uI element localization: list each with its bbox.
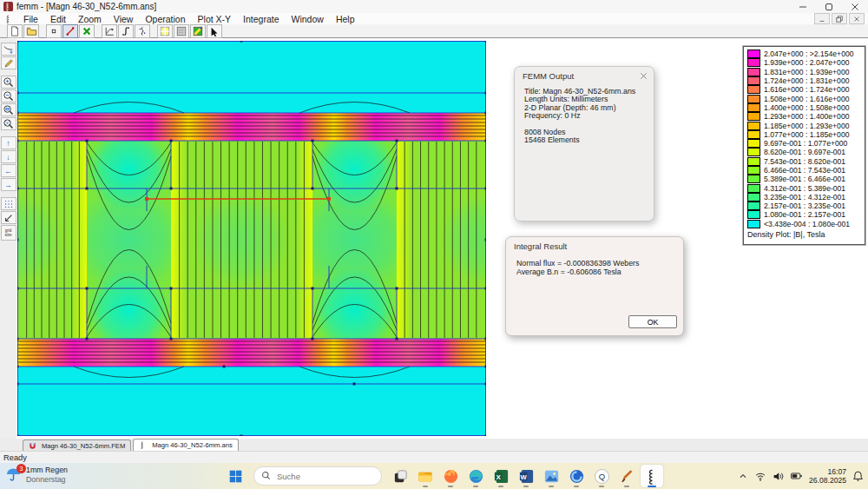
block-tool-icon[interactable] <box>79 24 95 38</box>
show-mesh-icon[interactable] <box>174 24 189 38</box>
menu-file[interactable]: File <box>17 14 44 24</box>
grid-size-icon[interactable]: grid size <box>1 225 16 241</box>
femm-output-titlebar[interactable]: FEMM Output <box>515 67 654 83</box>
clock[interactable]: 16:07 26.08.2025 <box>809 467 846 485</box>
menu-operation[interactable]: Operation <box>139 14 191 24</box>
legend-row: 1.080e-001 : 2.157e-001 <box>747 210 865 219</box>
volume-icon[interactable] <box>773 471 784 482</box>
maximize-icon[interactable] <box>816 0 842 13</box>
line-integral-icon[interactable] <box>135 24 150 38</box>
battery-icon[interactable] <box>790 471 803 481</box>
edit-pencil-icon[interactable] <box>1 56 16 69</box>
new-file-icon[interactable] <box>7 24 23 38</box>
running-indicator <box>648 486 656 487</box>
show-grid-icon[interactable] <box>1 197 16 210</box>
start-button[interactable] <box>224 465 247 487</box>
wifi-icon[interactable] <box>754 471 766 482</box>
file-explorer-taskbar-icon[interactable] <box>414 465 437 487</box>
pen-app-taskbar-icon[interactable] <box>615 465 638 487</box>
menu-integrate[interactable]: Integrate <box>237 14 285 24</box>
zoom-extents-icon[interactable] <box>1 117 16 130</box>
pan-left-icon[interactable]: ← <box>1 164 16 177</box>
integral-icon[interactable] <box>118 24 134 38</box>
mdi-minimize-icon[interactable] <box>814 13 830 24</box>
document-icon[interactable] <box>4 15 13 23</box>
legend-row: 1.939e+000 : 2.047e+000 <box>747 58 865 67</box>
taskbar: 3 1mm Regen Donnerstag XWQ 16:07 <box>0 463 868 489</box>
close-icon[interactable] <box>842 0 868 13</box>
search-box[interactable] <box>253 466 382 486</box>
line-tool-icon[interactable] <box>62 24 78 38</box>
svg-text:Q: Q <box>598 472 604 481</box>
legend-swatch <box>747 76 760 85</box>
menu-edit[interactable]: Edit <box>44 14 72 24</box>
legend-label: 1.080e-001 : 2.157e-001 <box>764 210 845 219</box>
running-indicator <box>473 486 478 487</box>
legend-label: 7.543e-001 : 8.620e-001 <box>764 157 845 166</box>
ok-button[interactable]: OK <box>628 315 677 328</box>
close-icon[interactable] <box>640 72 648 80</box>
density-legend: 2.047e+000 : >2.154e+0001.939e+000 : 2.0… <box>743 46 865 245</box>
legend-label: 1.508e+000 : 1.616e+000 <box>764 95 849 103</box>
pointer-icon[interactable] <box>207 24 222 38</box>
search-icon <box>261 468 271 484</box>
legend-swatch <box>747 139 760 148</box>
document-tab-fem[interactable]: Magn 46-30_N52-6mm.FEM <box>23 439 131 451</box>
point-tool-icon[interactable] <box>46 24 62 38</box>
menu-plot-x-y[interactable]: Plot X-Y <box>192 14 238 24</box>
ans-doc-icon <box>139 441 149 449</box>
pan-down-icon[interactable]: ↓ <box>1 150 16 163</box>
snap-grid-icon[interactable] <box>1 211 16 224</box>
photos-taskbar-icon[interactable] <box>540 465 562 487</box>
pan-up-icon[interactable]: ↑ <box>1 136 16 149</box>
model-canvas[interactable] <box>17 41 486 436</box>
legend-label: 1.939e+000 : 2.047e+000 <box>764 58 849 67</box>
legend-row: 1.616e+000 : 1.724e+000 <box>747 85 865 94</box>
mdi-restore-icon[interactable] <box>832 13 847 24</box>
edge-taskbar-icon[interactable] <box>464 465 487 487</box>
menu-window[interactable]: Window <box>286 14 330 24</box>
zoom-out-icon[interactable] <box>1 89 16 102</box>
tray-expand-icon[interactable] <box>738 471 748 481</box>
legend-swatch <box>747 166 760 175</box>
clock-time: 16:07 <box>809 467 846 476</box>
plot-xy-icon[interactable] <box>102 24 117 38</box>
mdi-close-icon[interactable] <box>849 13 865 24</box>
running-indicator <box>549 486 554 487</box>
grid-size-label: grid size <box>2 228 16 237</box>
loop-app-taskbar-icon[interactable] <box>565 465 588 487</box>
search-input[interactable] <box>275 471 365 482</box>
integral-result-title[interactable]: Integral Result <box>506 237 683 251</box>
menu-help[interactable]: Help <box>330 14 361 24</box>
pan-right-icon[interactable]: → <box>1 178 16 191</box>
legend-row: 1.400e+000 : 1.508e+000 <box>747 103 865 112</box>
main-toolbar <box>0 24 868 38</box>
femm-taskbar-icon[interactable] <box>641 465 663 487</box>
document-area: 2.047e+000 : >2.154e+0001.939e+000 : 2.0… <box>16 39 868 439</box>
q-app-taskbar-icon[interactable]: Q <box>590 465 613 487</box>
open-file-icon[interactable] <box>23 24 39 38</box>
minimize-icon[interactable] <box>790 0 816 13</box>
weather-line1: 1mm Regen <box>26 466 68 475</box>
word-taskbar-icon[interactable]: W <box>515 465 537 487</box>
menu-zoom[interactable]: Zoom <box>72 14 108 24</box>
weather-widget[interactable]: 3 1mm Regen Donnerstag <box>5 466 68 485</box>
document-tab-ans[interactable]: Magn 46-30_N52-6mm.ans <box>133 439 238 451</box>
legend-swatch <box>747 210 760 219</box>
zoom-page-icon[interactable] <box>1 103 16 116</box>
firefox-taskbar-icon[interactable] <box>439 465 462 487</box>
mesh-grid-icon[interactable] <box>157 24 173 38</box>
clock-date: 26.08.2025 <box>809 476 846 485</box>
legend-row: 1.293e+000 : 1.400e+000 <box>747 112 865 121</box>
legend-row: 1.831e+000 : 1.939e+000 <box>747 68 865 76</box>
density-plot-icon[interactable] <box>190 24 206 38</box>
task-view-taskbar-icon[interactable] <box>389 465 411 487</box>
menu-view[interactable]: View <box>108 14 140 24</box>
legend-label: 2.157e-001 : 3.235e-001 <box>764 202 845 210</box>
window-title: femm - [Magn 46-30_N52-6mm.ans] <box>16 2 156 11</box>
zoom-in-icon[interactable] <box>1 76 16 89</box>
excel-taskbar-icon[interactable]: X <box>490 465 512 487</box>
legend-label: 1.724e+000 : 1.831e+000 <box>764 76 849 85</box>
notification-bell-icon[interactable] <box>852 470 864 482</box>
contour-plot-icon[interactable] <box>1 43 16 56</box>
